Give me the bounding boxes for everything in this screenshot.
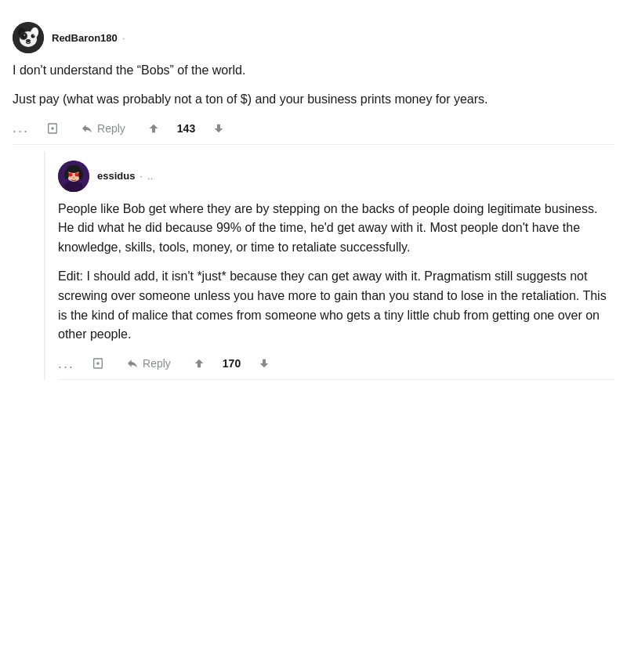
bookmark-icon-redbaron — [46, 122, 59, 135]
upvote-button-essidus[interactable] — [188, 354, 210, 373]
reply-button-redbaron[interactable]: Reply — [76, 119, 130, 138]
action-bar-essidus: ... Reply — [58, 354, 614, 373]
svg-point-19 — [69, 172, 73, 176]
reply-button-essidus[interactable]: Reply — [121, 354, 176, 373]
svg-point-23 — [73, 176, 74, 178]
reply-icon-essidus — [126, 357, 139, 370]
avatar-dog-svg — [13, 22, 44, 53]
svg-point-21 — [71, 173, 72, 175]
svg-point-5 — [22, 34, 26, 38]
comment-para-1: I don't understand the “Bobs” of the wor… — [13, 61, 614, 81]
action-bar-redbaron: ... Reply 143 — [13, 119, 614, 138]
svg-point-6 — [24, 34, 25, 36]
username-row-essidus: essidus · .. — [97, 170, 153, 182]
comment-header-redbaron: RedBaron180 · — [13, 22, 614, 53]
comment-body-redbaron: I don't understand the “Bobs” of the wor… — [13, 61, 614, 110]
comment-body-essidus: People like Bob get where they are by st… — [58, 200, 614, 345]
username-row-redbaron: RedBaron180 · — [52, 32, 125, 44]
upvote-button-redbaron[interactable] — [143, 119, 165, 138]
essidus-para-1: People like Bob get where they are by st… — [58, 200, 614, 258]
svg-point-18 — [78, 170, 83, 179]
comment-essidus-wrapper: essidus · .. People like Bob get where t… — [44, 151, 614, 381]
more-options-essidus[interactable]: ... — [58, 356, 74, 372]
avatar-redbaron — [13, 22, 44, 53]
reply-label-redbaron: Reply — [97, 122, 125, 135]
avatar-essidus — [58, 161, 89, 192]
dot-sep-redbaron: · — [122, 32, 125, 44]
dot-sep2-essidus: .. — [147, 170, 153, 182]
comment-redbaron: RedBaron180 · I don't understand the “Bo… — [13, 13, 614, 145]
svg-point-20 — [75, 172, 79, 176]
upvote-icon-essidus — [193, 357, 205, 370]
dot-sep-essidus: · — [140, 170, 143, 182]
vote-count-redbaron: 143 — [177, 122, 195, 135]
avatar-essidus-svg — [58, 161, 89, 192]
svg-point-8 — [33, 34, 34, 36]
essidus-para-2: Edit: I should add, it isn't *just* beca… — [58, 267, 614, 345]
svg-point-16 — [67, 165, 81, 173]
bookmark-icon-essidus — [92, 357, 104, 370]
downvote-icon-essidus — [258, 357, 270, 370]
svg-point-22 — [77, 173, 78, 175]
comment-essidus: essidus · .. People like Bob get where t… — [58, 151, 614, 381]
comment-header-essidus: essidus · .. — [58, 161, 614, 192]
svg-point-7 — [31, 34, 35, 38]
svg-point-9 — [26, 39, 31, 42]
downvote-icon-redbaron — [212, 122, 225, 135]
comment-para-2: Just pay (what was probably not a ton of… — [13, 90, 614, 110]
vote-count-essidus: 170 — [223, 357, 241, 370]
username-redbaron: RedBaron180 — [52, 32, 118, 44]
username-essidus: essidus — [97, 170, 135, 182]
reply-label-essidus: Reply — [143, 357, 171, 370]
upvote-icon-redbaron — [147, 122, 160, 135]
reply-icon-redbaron — [81, 122, 93, 135]
save-button-redbaron[interactable] — [42, 119, 63, 138]
downvote-button-redbaron[interactable] — [208, 119, 230, 138]
svg-point-17 — [64, 170, 69, 179]
more-options-redbaron[interactable]: ... — [13, 120, 29, 136]
downvote-button-essidus[interactable] — [253, 354, 275, 373]
save-button-essidus[interactable] — [87, 354, 109, 373]
